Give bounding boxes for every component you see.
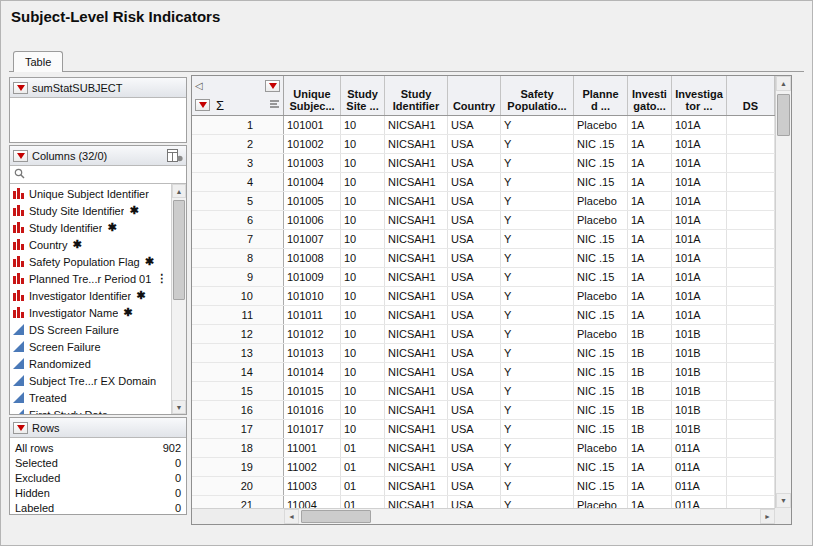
table-cell[interactable]: 011A [672, 496, 727, 508]
column-list-item[interactable]: Subject Tre...r EX Domain [10, 372, 171, 389]
table-cell[interactable]: Y [501, 230, 574, 248]
table-cell[interactable]: 1B [628, 401, 672, 419]
table-cell[interactable]: 101A [672, 173, 727, 191]
table-cell[interactable]: NICSAH1 [385, 420, 448, 438]
table-cell[interactable]: USA [448, 496, 501, 508]
column-list-item[interactable]: Investigator Name✱ [10, 304, 171, 321]
table-cell[interactable]: Y [501, 268, 574, 286]
row-number[interactable]: 21 [192, 496, 284, 508]
table-cell[interactable]: 101A [672, 249, 727, 267]
table-cell[interactable]: USA [448, 401, 501, 419]
table-cell[interactable]: 101003 [284, 154, 341, 172]
table-row[interactable]: 1610101610NICSAH1USAYNIC .151B101B [192, 401, 775, 420]
table-cell[interactable]: NICSAH1 [385, 154, 448, 172]
column-header[interactable]: Country [448, 76, 501, 115]
table-cell[interactable] [727, 154, 775, 172]
table-cell[interactable]: NICSAH1 [385, 382, 448, 400]
table-cell[interactable]: 10 [341, 306, 385, 324]
column-list-item[interactable]: Unique Subject Identifier [10, 185, 171, 202]
table-cell[interactable] [727, 306, 775, 324]
table-cell[interactable]: 1A [628, 268, 672, 286]
table-cell[interactable] [727, 496, 775, 508]
table-cell[interactable]: 101A [672, 287, 727, 305]
row-number[interactable]: 13 [192, 344, 284, 362]
table-cell[interactable]: USA [448, 116, 501, 134]
table-row[interactable]: 191100201NICSAH1USAYNIC .151A011A [192, 458, 775, 477]
table-cell[interactable]: Y [501, 154, 574, 172]
table-cell[interactable]: 1A [628, 173, 672, 191]
table-cell[interactable]: NICSAH1 [385, 325, 448, 343]
table-cell[interactable]: 1A [628, 306, 672, 324]
table-cell[interactable]: USA [448, 268, 501, 286]
table-cell[interactable] [727, 477, 775, 495]
table-cell[interactable]: NIC .15 [574, 306, 628, 324]
row-number[interactable]: 14 [192, 363, 284, 381]
row-number[interactable]: 18 [192, 439, 284, 457]
table-cell[interactable]: NIC .15 [574, 401, 628, 419]
table-cell[interactable] [727, 249, 775, 267]
table-cell[interactable]: 10 [341, 382, 385, 400]
table-cell[interactable] [727, 135, 775, 153]
table-cell[interactable]: 10 [341, 363, 385, 381]
column-header[interactable]: Investi gato... [628, 76, 672, 115]
table-row[interactable]: 1510101510NICSAH1USAYNIC .151B101B [192, 382, 775, 401]
column-search-input[interactable] [29, 168, 182, 182]
table-cell[interactable] [727, 192, 775, 210]
table-cell[interactable]: 11002 [284, 458, 341, 476]
table-cell[interactable]: USA [448, 173, 501, 191]
table-row[interactable]: 1210101210NICSAH1USAYPlacebo1B101B [192, 325, 775, 344]
table-row[interactable]: 410100410NICSAH1USAYNIC .151A101A [192, 173, 775, 192]
table-cell[interactable]: 101A [672, 154, 727, 172]
table-cell[interactable]: 101002 [284, 135, 341, 153]
scroll-right-icon[interactable]: ► [760, 509, 775, 524]
table-cell[interactable]: Y [501, 401, 574, 419]
scrollbar-thumb[interactable] [301, 510, 371, 523]
table-cell[interactable]: 101012 [284, 325, 341, 343]
table-cell[interactable]: NICSAH1 [385, 192, 448, 210]
table-cell[interactable]: 10 [341, 192, 385, 210]
table-cell[interactable]: Placebo [574, 211, 628, 229]
row-number[interactable]: 8 [192, 249, 284, 267]
table-cell[interactable]: 101A [672, 211, 727, 229]
table-cell[interactable]: Y [501, 344, 574, 362]
table-cell[interactable]: NICSAH1 [385, 401, 448, 419]
vertical-scrollbar[interactable]: ▲ ▼ [775, 76, 791, 508]
table-disclosure-icon[interactable]: ◁ [195, 81, 203, 91]
table-cell[interactable]: 10 [341, 211, 385, 229]
table-cell[interactable]: 101B [672, 325, 727, 343]
table-cell[interactable]: 101017 [284, 420, 341, 438]
table-cell[interactable]: Y [501, 382, 574, 400]
row-number[interactable]: 15 [192, 382, 284, 400]
table-cell[interactable]: Y [501, 325, 574, 343]
row-number[interactable]: 3 [192, 154, 284, 172]
column-list-item[interactable]: Study Identifier✱ [10, 219, 171, 236]
table-cell[interactable]: Y [501, 116, 574, 134]
row-number[interactable]: 17 [192, 420, 284, 438]
table-cell[interactable]: NIC .15 [574, 249, 628, 267]
column-header[interactable]: DS [727, 76, 775, 115]
table-cell[interactable]: 1B [628, 325, 672, 343]
table-cell[interactable]: USA [448, 211, 501, 229]
column-list-item[interactable]: First Study Date [10, 406, 171, 414]
table-cell[interactable]: 101001 [284, 116, 341, 134]
scroll-up-icon[interactable]: ▲ [776, 76, 791, 91]
table-cell[interactable]: 101B [672, 401, 727, 419]
column-header[interactable]: Safety Populatio... [501, 76, 574, 115]
table-cell[interactable]: 10 [341, 325, 385, 343]
table-cell[interactable] [727, 116, 775, 134]
table-cell[interactable]: NICSAH1 [385, 477, 448, 495]
table-cell[interactable]: NIC .15 [574, 344, 628, 362]
table-cell[interactable] [727, 439, 775, 457]
column-list-item[interactable]: Study Site Identifier✱ [10, 202, 171, 219]
scroll-down-icon[interactable]: ▼ [776, 493, 791, 508]
column-list-item[interactable]: DS Screen Failure [10, 321, 171, 338]
table-cell[interactable]: Placebo [574, 116, 628, 134]
table-cell[interactable]: 101A [672, 268, 727, 286]
table-cell[interactable]: 1A [628, 192, 672, 210]
column-list-item[interactable]: Investigator Identifier✱ [10, 287, 171, 304]
table-cell[interactable]: 10 [341, 135, 385, 153]
table-cell[interactable]: USA [448, 230, 501, 248]
table-cell[interactable]: NICSAH1 [385, 173, 448, 191]
table-cell[interactable]: Y [501, 477, 574, 495]
table-cell[interactable]: 1A [628, 439, 672, 457]
